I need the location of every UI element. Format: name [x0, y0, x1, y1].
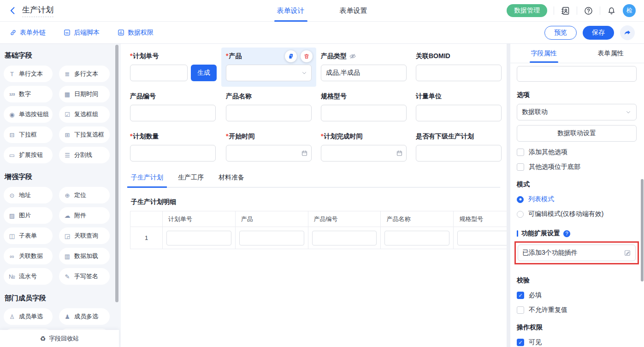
checkbox-visible[interactable]: ✓ 可见 — [517, 338, 637, 347]
data-permission-link[interactable]: 数据权限 — [117, 29, 154, 37]
plan-quantity-input[interactable] — [130, 145, 216, 162]
field-start-time[interactable]: *开始时间 — [226, 132, 312, 162]
field-plan-quantity[interactable]: *计划数量 — [130, 132, 217, 162]
field-product-selected[interactable]: *产品 — [221, 48, 316, 87]
sidebar-item-extend-button[interactable]: ▭扩展按钮 — [4, 147, 53, 163]
field-title-input[interactable] — [517, 66, 637, 82]
user-avatar[interactable]: 检 — [623, 4, 636, 17]
help-icon[interactable] — [584, 6, 593, 16]
cell-product-input[interactable] — [239, 231, 304, 245]
help-badge-icon[interactable]: ? — [563, 230, 570, 237]
radio[interactable] — [517, 211, 524, 218]
sidebar-item-divider-line[interactable]: ☰分割线 — [59, 147, 110, 163]
checkbox-required[interactable]: ✓ 必填 — [517, 291, 637, 299]
checkbox-checked[interactable]: ✓ — [517, 339, 524, 346]
field-product-code[interactable]: 产品编号 — [130, 92, 217, 121]
edit-icon[interactable] — [624, 249, 631, 257]
form-external-link[interactable]: 表单外链 — [9, 29, 46, 37]
field-unit[interactable]: 计量单位 — [416, 92, 502, 121]
checkbox[interactable] — [517, 149, 524, 156]
sidebar-scrollbar[interactable] — [115, 45, 118, 302]
copy-field-button[interactable] — [285, 50, 297, 62]
spec-model-input[interactable] — [321, 105, 407, 121]
save-button[interactable]: 保存 — [583, 26, 614, 40]
field-has-sub-plan[interactable]: 是否有下级生产计划 — [416, 132, 502, 162]
sidebar-item-datetime[interactable]: ▦日期时间 — [59, 86, 110, 102]
field-spec-model[interactable]: 规格型号 — [321, 92, 407, 121]
product-code-input[interactable] — [130, 105, 216, 121]
sidebar-item-attachment[interactable]: ☁附件 — [59, 207, 110, 224]
unit-input[interactable] — [416, 105, 502, 121]
checkbox-add-other-option[interactable]: 添加其他选项 — [517, 148, 637, 156]
preview-button[interactable]: 预览 — [544, 26, 577, 40]
sidebar-item-image[interactable]: ▨图片 — [4, 207, 53, 224]
back-icon[interactable] — [8, 6, 18, 15]
start-time-input[interactable] — [226, 145, 312, 162]
tab-sub-production-plan[interactable]: 子生产计划 — [130, 174, 164, 187]
sidebar-item-location[interactable]: ⊕定位 — [59, 187, 110, 203]
sidebar-item-address[interactable]: ⊙地址 — [4, 187, 53, 203]
checkbox-checked[interactable]: ✓ — [517, 292, 524, 299]
sidebar-item-member-multi[interactable]: ♟成员多选 — [59, 308, 110, 325]
bom-id-input[interactable] — [416, 65, 502, 81]
sidebar-item-multi-select[interactable]: ⊞下拉复选框 — [59, 126, 110, 143]
checkbox[interactable] — [517, 163, 524, 171]
radio-editable-mode[interactable]: 可编辑模式(仅移动端有效) — [517, 210, 637, 218]
tab-form-settings[interactable]: 表单设置 — [340, 0, 367, 22]
has-sub-plan-input[interactable] — [416, 145, 502, 162]
radio-list-mode[interactable]: 列表模式 — [517, 195, 637, 203]
generate-button[interactable]: 生成 — [191, 65, 217, 81]
field-recycle-bin[interactable]: ♻ 字段回收站 — [0, 330, 119, 347]
cell-product-code-input[interactable] — [312, 231, 377, 245]
tab-form-design[interactable]: 表单设计 — [277, 0, 305, 22]
field-plan-number[interactable]: *计划单号 生成 — [130, 52, 217, 81]
calendar-icon[interactable] — [396, 150, 403, 157]
sidebar-item-signature[interactable]: ✎手写签名 — [59, 268, 110, 285]
tab-form-properties[interactable]: 表单属性 — [577, 44, 644, 63]
sidebar-item-serial-number[interactable]: №流水号 — [4, 268, 53, 285]
checkbox-other-option-bottom[interactable]: 其他选项位于底部 — [517, 163, 637, 171]
sidebar-item-select[interactable]: ⊟下拉框 — [4, 126, 53, 143]
sidebar-item-subform[interactable]: ◫子表单 — [4, 227, 53, 244]
plan-finish-time-input[interactable] — [321, 145, 407, 162]
checkbox-no-duplicates[interactable]: 不允许重复值 — [517, 306, 637, 314]
backend-script-link[interactable]: 后端脚本 — [63, 29, 100, 37]
tab-material-preparation[interactable]: 材料准备 — [218, 174, 245, 187]
cell-spec-model-input[interactable] — [457, 231, 507, 245]
sidebar-item-member-single[interactable]: ♙成员单选 — [4, 308, 53, 325]
plan-number-input[interactable] — [130, 65, 188, 81]
sidebar-item-radio-group[interactable]: ◉单选按钮组 — [4, 106, 53, 123]
contacts-icon[interactable] — [561, 6, 570, 16]
plugin-summary-field[interactable]: 已添加3个功能插件 — [518, 245, 636, 261]
field-plan-finish-time[interactable]: *计划完成时间 — [321, 132, 407, 162]
divider — [600, 6, 600, 15]
sidebar-item-checkbox-group[interactable]: ☑复选框组 — [59, 106, 110, 123]
window-scrollbar[interactable] — [641, 179, 644, 281]
field-product-name[interactable]: 产品名称 — [226, 92, 312, 121]
sidebar-item-data-load[interactable]: ▥数据加载 — [59, 248, 110, 264]
sidebar-item-number[interactable]: 123数字 — [4, 86, 53, 102]
product-select[interactable] — [226, 65, 312, 81]
cell-plan-number-input[interactable] — [166, 231, 231, 245]
data-linkage-settings-button[interactable]: 数据联动设置 — [517, 125, 637, 142]
sidebar-item-linked-data[interactable]: ∞关联数据 — [4, 248, 53, 264]
share-button[interactable] — [620, 25, 635, 40]
sidebar-item-multi-line-text[interactable]: ≣多行文本 — [59, 66, 110, 82]
delete-field-button[interactable] — [301, 50, 313, 62]
checkbox[interactable] — [517, 306, 524, 314]
cell-product-name-input[interactable] — [384, 231, 449, 245]
tab-production-process[interactable]: 生产工序 — [177, 174, 205, 187]
notification-bell-icon[interactable] — [607, 6, 616, 16]
sidebar-item-linked-query[interactable]: ◲关联查询 — [59, 227, 110, 244]
field-product-type[interactable]: 产品类型 — [321, 52, 407, 81]
product-type-input[interactable] — [321, 65, 407, 81]
radio-selected[interactable] — [517, 196, 524, 203]
calendar-icon[interactable] — [301, 150, 308, 157]
data-manage-button[interactable]: 数据管理 — [507, 4, 547, 17]
tab-field-properties[interactable]: 字段属性 — [510, 44, 577, 63]
sidebar-item-single-line-text[interactable]: T单行文本 — [4, 66, 53, 82]
field-bom-id[interactable]: 关联BOMID — [416, 52, 502, 81]
product-name-input[interactable] — [226, 105, 312, 121]
col-product-name: 产品名称 — [381, 211, 454, 227]
option-source-select[interactable]: 数据联动 — [517, 104, 637, 120]
